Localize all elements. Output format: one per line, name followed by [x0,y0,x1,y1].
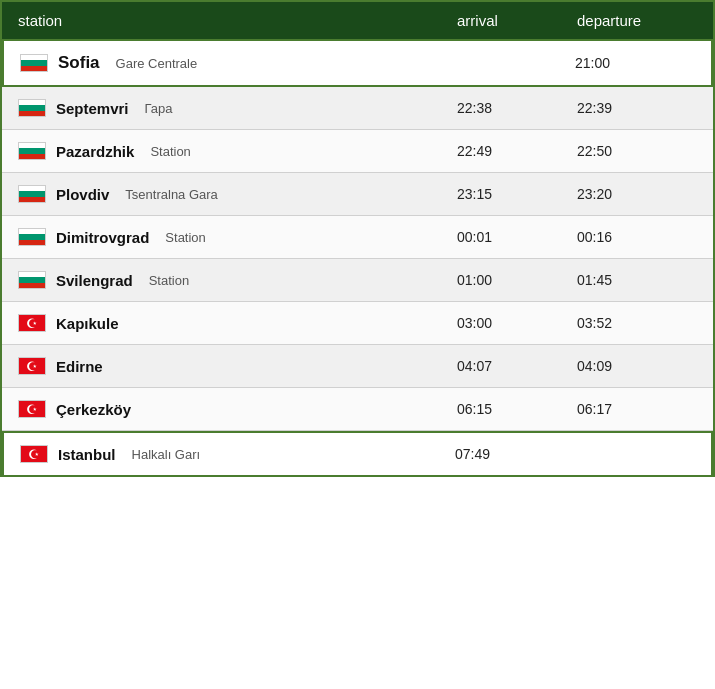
station-cell: IstanbulHalkalı Garı [20,445,455,463]
table-row: IstanbulHalkalı Garı07:49 [2,431,713,475]
header-departure: departure [577,12,697,29]
table-row: SvilengradStation01:0001:45 [2,259,713,302]
flag-bg [18,271,46,289]
station-subtitle: Halkalı Garı [132,447,201,462]
station-subtitle: Gare Centrale [116,56,198,71]
table-row: PlovdivTsentralna Gara23:1523:20 [2,173,713,216]
flag-tr [18,357,46,375]
station-cell: Kapıkule [18,314,457,332]
arrival-time: 04:07 [457,358,577,374]
station-name: Svilengrad [56,272,133,289]
station-cell: DimitrovgradStation [18,228,457,246]
station-cell: PazardzhikStation [18,142,457,160]
station-cell: Çerkezköy [18,400,457,418]
flag-bg [18,228,46,246]
station-subtitle: Tsentralna Gara [125,187,218,202]
departure-time: 01:45 [577,272,697,288]
station-subtitle: Station [149,273,189,288]
header-arrival: arrival [457,12,577,29]
table-header: station arrival departure [2,2,713,39]
station-name: Plovdiv [56,186,109,203]
departure-time: 21:00 [575,55,695,71]
departure-time: 00:16 [577,229,697,245]
departure-time: 04:09 [577,358,697,374]
flag-bg [18,185,46,203]
header-station: station [18,12,457,29]
station-name: Edirne [56,358,103,375]
station-subtitle: Station [150,144,190,159]
table-row: Çerkezköy06:1506:17 [2,388,713,431]
table-row: DimitrovgradStation00:0100:16 [2,216,713,259]
departure-time: 03:52 [577,315,697,331]
table-row: SeptemvriГара22:3822:39 [2,87,713,130]
flag-bg [20,54,48,72]
flag-bg [18,99,46,117]
station-cell: PlovdivTsentralna Gara [18,185,457,203]
station-name: Sofia [58,53,100,73]
station-name: Çerkezköy [56,401,131,418]
station-name: Pazardzhik [56,143,134,160]
station-name: Istanbul [58,446,116,463]
arrival-time: 07:49 [455,446,575,462]
departure-time: 22:50 [577,143,697,159]
table-row: PazardzhikStation22:4922:50 [2,130,713,173]
arrival-time: 06:15 [457,401,577,417]
station-subtitle: Гара [145,101,173,116]
station-subtitle: Station [165,230,205,245]
table-row: Edirne04:0704:09 [2,345,713,388]
departure-time: 22:39 [577,100,697,116]
table-body: SofiaGare Centrale21:00SeptemvriГара22:3… [2,39,713,475]
station-cell: SeptemvriГара [18,99,457,117]
station-name: Kapıkule [56,315,119,332]
table-row: SofiaGare Centrale21:00 [2,39,713,87]
arrival-time: 01:00 [457,272,577,288]
arrival-time: 22:38 [457,100,577,116]
arrival-time: 03:00 [457,315,577,331]
station-name: Dimitrovgrad [56,229,149,246]
departure-time: 06:17 [577,401,697,417]
station-cell: SvilengradStation [18,271,457,289]
flag-tr [18,314,46,332]
table-row: Kapıkule03:0003:52 [2,302,713,345]
departure-time: 23:20 [577,186,697,202]
flag-tr [20,445,48,463]
arrival-time: 22:49 [457,143,577,159]
station-cell: SofiaGare Centrale [20,53,455,73]
station-name: Septemvri [56,100,129,117]
flag-tr [18,400,46,418]
station-cell: Edirne [18,357,457,375]
arrival-time: 00:01 [457,229,577,245]
flag-bg [18,142,46,160]
arrival-time: 23:15 [457,186,577,202]
train-schedule-table: station arrival departure SofiaGare Cent… [0,0,715,477]
